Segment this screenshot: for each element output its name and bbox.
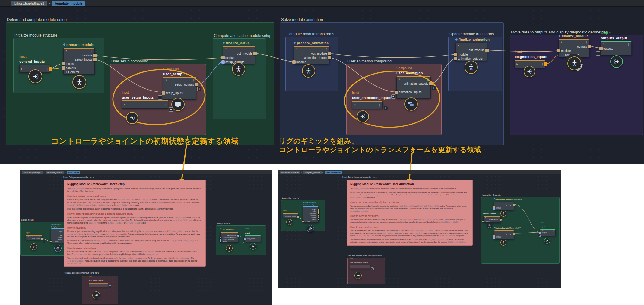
collapse-triangle-icon[interactable]: ▼ [225, 48, 227, 50]
inline-expand-icon[interactable]: + [223, 239, 224, 240]
collapse-triangle-icon[interactable]: ▼ [296, 48, 298, 50]
inline-expand-icon[interactable]: + [305, 221, 306, 222]
port-custom[interactable] [220, 240, 221, 242]
port-animation-outputs[interactable] [429, 82, 433, 85]
node-setupinputs[interactable]: SetupInputs(SetupInputs)▼⋮outputnamepins… [51, 228, 65, 243]
collapse-triangle-icon[interactable]: ▼ [603, 43, 605, 46]
node-body[interactable]: ▼⋮ [352, 101, 383, 109]
expand-port-button[interactable]: + [596, 51, 600, 56]
node-user-setup[interactable]: Compounduser_setup▼⋮setup_outputssetup_i… [163, 77, 196, 100]
expand-port-button[interactable]: + [169, 107, 173, 112]
kebab-menu-icon[interactable]: ⋮ [627, 43, 630, 46]
port-module[interactable] [557, 49, 560, 52]
port-animation-inputs[interactable] [395, 91, 398, 94]
port-attributes[interactable] [318, 215, 319, 217]
port-animation-inputs[interactable] [328, 56, 331, 59]
node-set-update-settings[interactable]: set_update_settings▼⋮update_settingssett… [494, 202, 514, 210]
tab-template-module[interactable]: template_module [303, 171, 322, 174]
kebab-menu-icon[interactable]: ⋮ [192, 79, 195, 82]
tab-bifrostgraphshape2[interactable]: bifrostGraphShape2 [22, 171, 43, 174]
collapse-triangle-icon[interactable]: ▼ [65, 49, 67, 52]
port-out-module[interactable] [253, 52, 257, 55]
port-setup-inputs[interactable] [93, 58, 97, 61]
kebab-menu-icon[interactable]: ⋮ [39, 236, 40, 237]
collapse-triangle-icon[interactable]: ▼ [496, 231, 497, 233]
inline-expand-icon[interactable]: + [66, 71, 67, 74]
port-output[interactable] [318, 209, 319, 211]
node-user-setup-inputs[interactable]: Inputuser_setup_inputs▼⋮ [122, 100, 168, 109]
kebab-menu-icon[interactable]: ⋮ [585, 41, 588, 44]
tab-user-setup[interactable]: user_setup [67, 171, 81, 174]
port-settings[interactable] [318, 217, 319, 218]
node-body[interactable]: ▼⋮update_settingssettings [483, 216, 501, 223]
kebab-menu-icon[interactable]: ⋮ [251, 48, 253, 51]
collapse-triangle-icon[interactable]: ▼ [496, 202, 497, 204]
kebab-menu-icon[interactable]: ⋮ [90, 49, 93, 52]
port-parents[interactable] [62, 66, 65, 70]
expand-port-button[interactable]: + [109, 285, 111, 288]
port-settings[interactable] [482, 221, 484, 222]
collapse-triangle-icon[interactable]: ▼ [560, 41, 563, 43]
play-icon[interactable]: ▶ [21, 68, 23, 70]
port-out-module[interactable] [328, 52, 331, 55]
collapse-triangle-icon[interactable]: ▼ [28, 236, 29, 237]
node-body[interactable]: ▼⋮out_modulemoduleanimation_outputs [455, 43, 487, 61]
expand-port-button[interactable]: + [243, 241, 245, 243]
port-control-definitions[interactable] [220, 237, 221, 238]
kebab-menu-icon[interactable]: ⋮ [541, 63, 544, 66]
port-setup-outputs[interactable] [195, 83, 198, 86]
port-setup-outputs[interactable] [244, 238, 246, 240]
port-value[interactable] [302, 221, 304, 222]
kebab-menu-icon[interactable]: ⋮ [316, 207, 317, 209]
collapse-triangle-icon[interactable]: ▼ [53, 229, 54, 230]
node-input[interactable]: input▼⋮setup_inputs [26, 235, 42, 240]
inline-expand-icon[interactable]: + [223, 237, 224, 238]
node-body[interactable]: ▼⋮update_settingssettingscustom [494, 202, 514, 210]
port-settings[interactable] [493, 235, 495, 237]
collapse-triangle-icon[interactable]: ▼ [305, 207, 306, 208]
node-body[interactable]: ▼⋮ [122, 100, 168, 109]
node-update-settings[interactable]: update_settings▼⋮update_settingssettings [483, 216, 501, 223]
collapse-triangle-icon[interactable]: ▼ [542, 230, 543, 231]
node-body[interactable]: ▼⋮modulesetup_inputsinputsparents+Genera… [63, 48, 95, 75]
port-update-settings[interactable] [500, 219, 502, 221]
port-outputs[interactable] [599, 47, 603, 50]
kebab-menu-icon[interactable]: ⋮ [62, 229, 63, 231]
play-icon[interactable]: ▶ [516, 63, 518, 65]
kebab-menu-icon[interactable]: ⋮ [553, 230, 554, 232]
expand-port-button[interactable]: + [384, 106, 388, 110]
node-body[interactable]: ▼⋮out_moduleanimation_inputsmodule [294, 46, 329, 64]
node-body[interactable]: ▼⋮setup_outputs+control_definitions+join… [220, 232, 238, 243]
kebab-menu-icon[interactable]: ⋮ [483, 44, 485, 47]
kebab-menu-icon[interactable]: ⋮ [427, 78, 429, 81]
kebab-menu-icon[interactable]: ⋮ [46, 68, 49, 71]
collapse-triangle-icon[interactable]: ▼ [285, 214, 286, 215]
tab-template-module[interactable]: template_module [52, 1, 85, 6]
kebab-menu-icon[interactable]: ⋮ [235, 233, 236, 234]
port-setup-outputs[interactable] [221, 60, 225, 64]
port-custom[interactable] [493, 237, 495, 239]
collapse-triangle-icon[interactable]: ▼ [398, 78, 400, 81]
expand-port-button[interactable]: + [538, 235, 541, 237]
kebab-menu-icon[interactable]: ⋮ [295, 214, 296, 215]
port-animation-outputs[interactable] [454, 57, 457, 60]
port-out[interactable] [544, 62, 547, 66]
collapse-triangle-icon[interactable]: ▼ [222, 233, 223, 234]
node-body[interactable]: ▼⋮outputnamepinsparentscustom+value [51, 228, 65, 243]
port-setup-inputs[interactable] [41, 238, 43, 240]
collapse-triangle-icon[interactable]: ▼ [485, 217, 486, 218]
port-setup-outputs[interactable] [237, 235, 239, 237]
node-animationinputs[interactable]: AnimationInputs(AnimationInputs)▼⋮output… [303, 206, 319, 223]
kebab-menu-icon[interactable]: ⋮ [379, 104, 381, 107]
kebab-menu-icon[interactable]: ⋮ [258, 236, 259, 238]
node-prepare-animation[interactable]: prepare_animation▼⋮out_moduleanimation_i… [294, 46, 329, 64]
kebab-menu-icon[interactable]: ⋮ [325, 48, 328, 51]
node-body[interactable]: ▼⋮setup_inputs [26, 235, 42, 240]
expand-port-button[interactable]: + [432, 86, 436, 90]
node-finalize-setup[interactable]: finalize_setup▼⋮out_modulemodulesetup_ou… [223, 46, 255, 64]
node-set-update-settings[interactable]: set_update_settings▼⋮update_settingssett… [494, 230, 514, 239]
port-outputs[interactable] [539, 232, 541, 234]
tab-template-module[interactable]: template_module [46, 171, 64, 174]
port-update-settings[interactable] [513, 233, 515, 235]
port-settings[interactable] [493, 206, 495, 208]
